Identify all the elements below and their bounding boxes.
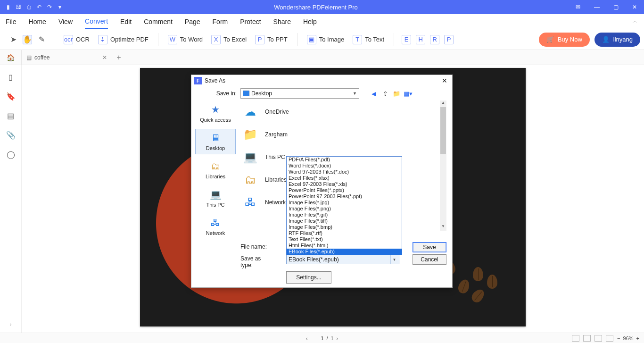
item-label: Zargham	[265, 131, 288, 138]
to-excel-button[interactable]: XTo Excel	[209, 34, 248, 45]
menu-file[interactable]: File	[6, 15, 17, 28]
save-in-select[interactable]: Desktop ▼	[240, 88, 359, 99]
attachments-icon[interactable]: 📎	[6, 131, 16, 140]
to-text-button[interactable]: TTo Text	[351, 34, 386, 45]
zoom-out-icon[interactable]: −	[617, 335, 620, 341]
print-icon[interactable]: ⎙	[25, 4, 32, 10]
redo-icon[interactable]: ↷	[46, 4, 53, 10]
type-option[interactable]: PowerPoint 97-2003 Files(*.ppt)	[287, 193, 402, 200]
back-icon[interactable]: ◀	[370, 89, 378, 98]
tab-close-icon[interactable]: ✕	[102, 54, 107, 61]
minimize-icon[interactable]: —	[587, 0, 606, 14]
view-continuous-icon[interactable]	[583, 335, 591, 342]
convert-h-icon[interactable]: H	[416, 35, 425, 44]
place-desktop[interactable]: 🖥Desktop	[195, 129, 236, 154]
type-option[interactable]: PowerPoint Files(*.pptx)	[287, 187, 402, 193]
scroll-up-icon[interactable]: ▲	[440, 100, 446, 107]
save-type-dropdown-list[interactable]: PDF/A Files(*.pdf)Word Files(*.docx)Word…	[286, 156, 402, 255]
convert-p-icon[interactable]: P	[444, 35, 454, 44]
new-folder-icon[interactable]: 📁	[392, 89, 401, 98]
convert-r-icon[interactable]: R	[430, 35, 439, 44]
chat-icon[interactable]: ◯	[7, 150, 15, 159]
optimize-pdf-button[interactable]: ⇣Optimize PDF	[96, 34, 150, 45]
type-option[interactable]: PDF/A Files(*.pdf)	[287, 157, 402, 163]
to-word-button[interactable]: WTo Word	[166, 34, 205, 45]
convert-e-icon[interactable]: E	[402, 35, 411, 44]
type-option[interactable]: Image Files(*.png)	[287, 206, 402, 212]
buy-now-button[interactable]: 🛒Buy Now	[539, 33, 590, 47]
menu-page[interactable]: Page	[185, 15, 200, 28]
type-option[interactable]: Image Files(*.bmp)	[287, 224, 402, 230]
thumbnails-icon[interactable]: ▯	[8, 73, 13, 82]
type-option[interactable]: Image Files(*.tiff)	[287, 218, 402, 224]
views-icon[interactable]: ▦▾	[404, 89, 412, 98]
qat-more-icon[interactable]: ▾	[57, 4, 63, 10]
view-grid-icon[interactable]	[606, 335, 613, 342]
menu-form[interactable]: Form	[213, 15, 228, 28]
item-onedrive[interactable]: ☁OneDrive	[239, 100, 444, 123]
next-page-icon[interactable]: ›	[337, 335, 339, 341]
scroll-thumb[interactable]	[440, 107, 446, 154]
undo-icon[interactable]: ↶	[36, 4, 42, 10]
place-libraries[interactable]: 🗂Libraries	[195, 157, 236, 183]
menu-protect[interactable]: Protect	[240, 15, 261, 28]
save-type-combo[interactable]: EBook Files(*.epub) ▼	[286, 255, 399, 264]
menu-help[interactable]: Help	[303, 15, 317, 28]
type-option[interactable]: Excel 97-2003 Files(*.xls)	[287, 181, 402, 187]
up-icon[interactable]: ⇧	[381, 89, 389, 98]
tab-coffee[interactable]: ▤ coffee ✕	[22, 50, 111, 65]
file-list-scrollbar[interactable]: ▲ ▼	[440, 100, 446, 231]
settings-button[interactable]: Settings...	[286, 271, 331, 284]
prev-page-icon[interactable]: ‹	[306, 335, 308, 341]
place-network[interactable]: 🖧Network	[195, 214, 236, 239]
save-button[interactable]: Save	[413, 242, 446, 252]
place-this-pc[interactable]: 💻This PC	[195, 185, 236, 211]
to-ppt-button[interactable]: PTo PPT	[253, 34, 289, 45]
ocr-button[interactable]: ocrOCR	[62, 34, 91, 45]
view-single-icon[interactable]	[572, 335, 579, 342]
close-icon[interactable]: ✕	[625, 0, 644, 14]
type-option[interactable]: Text Files(*.txt)	[287, 236, 402, 243]
comments-icon[interactable]: ▤	[7, 111, 14, 120]
type-option[interactable]: Excel Files(*.xlsx)	[287, 175, 402, 181]
text-icon: T	[353, 35, 362, 44]
collapse-ribbon-icon[interactable]: ︿	[633, 18, 637, 25]
item-user[interactable]: 📁Zargham	[239, 123, 444, 146]
menu-convert[interactable]: Convert	[85, 15, 108, 29]
page-navigator: ‹ / 1 ›	[306, 335, 339, 341]
menu-edit[interactable]: Edit	[120, 15, 132, 28]
to-image-button[interactable]: ▣To Image	[305, 34, 346, 45]
mail-icon[interactable]: ✉	[569, 0, 587, 14]
page-current-input[interactable]	[310, 335, 323, 341]
type-option[interactable]: Html Files(*.html)	[287, 243, 402, 249]
select-tool-icon[interactable]: ➤	[8, 35, 18, 44]
type-option[interactable]: RTF Files(*.rtf)	[287, 230, 402, 236]
type-option[interactable]: Image Files(*.gif)	[287, 212, 402, 218]
hand-tool-icon[interactable]: ✋	[23, 35, 32, 44]
new-tab-icon[interactable]: +	[111, 53, 126, 62]
dialog-close-icon[interactable]: ✕	[440, 77, 449, 84]
bookmarks-icon[interactable]: 🔖	[6, 92, 16, 101]
to-ppt-label: To PPT	[267, 36, 288, 43]
menu-share[interactable]: Share	[273, 15, 291, 28]
places-bar: ★Quick access 🖥Desktop 🗂Libraries 💻This …	[195, 100, 236, 239]
type-option[interactable]: Image Files(*.jpg)	[287, 200, 402, 206]
zoom-in-icon[interactable]: +	[636, 335, 639, 341]
ppt-icon: P	[255, 35, 264, 44]
user-button[interactable]: 👤linyang	[594, 33, 640, 47]
menu-comment[interactable]: Comment	[144, 15, 173, 28]
type-option[interactable]: Word 97-2003 Files(*.doc)	[287, 169, 402, 175]
menu-view[interactable]: View	[58, 15, 73, 28]
save-icon[interactable]: 🖫	[15, 4, 22, 10]
home-tab-icon[interactable]: 🏠	[0, 50, 22, 65]
type-option[interactable]: EBook Files(*.epub)	[287, 249, 402, 255]
view-two-page-icon[interactable]	[594, 335, 602, 342]
scroll-down-icon[interactable]: ▼	[440, 224, 446, 231]
cancel-button[interactable]: Cancel	[413, 254, 446, 265]
expand-panel-icon[interactable]: ›	[10, 321, 12, 327]
type-option[interactable]: Word Files(*.docx)	[287, 163, 402, 169]
maximize-icon[interactable]: ▢	[606, 0, 625, 14]
menu-home[interactable]: Home	[29, 15, 46, 28]
edit-tool-icon[interactable]: ✎	[37, 35, 46, 44]
place-quick-access[interactable]: ★Quick access	[195, 100, 236, 126]
